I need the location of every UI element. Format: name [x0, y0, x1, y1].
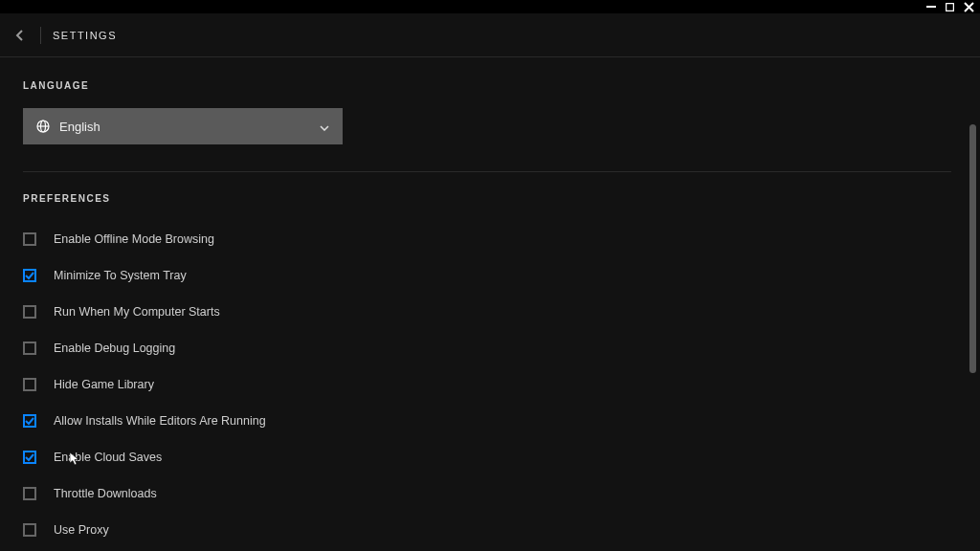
- preference-label: Use Proxy: [54, 523, 109, 537]
- preference-item[interactable]: Use Proxy: [23, 512, 957, 548]
- checkbox[interactable]: [23, 269, 36, 282]
- back-button[interactable]: [11, 27, 29, 44]
- scrollbar-thumb[interactable]: [969, 124, 976, 373]
- preference-item[interactable]: Enable Offline Mode Browsing: [23, 221, 957, 257]
- checkbox[interactable]: [23, 378, 36, 391]
- preference-item[interactable]: Run When My Computer Starts: [23, 294, 957, 330]
- checkbox[interactable]: [23, 414, 36, 428]
- svg-rect-0: [926, 6, 936, 8]
- preference-label: Enable Debug Logging: [54, 342, 175, 355]
- checkbox[interactable]: [23, 523, 36, 537]
- checkbox[interactable]: [23, 305, 36, 319]
- close-icon[interactable]: [964, 2, 974, 12]
- preference-label: Enable Offline Mode Browsing: [54, 232, 214, 246]
- checkbox[interactable]: [23, 487, 36, 500]
- svg-rect-1: [947, 3, 954, 11]
- preference-label: Throttle Downloads: [54, 487, 157, 500]
- checkbox[interactable]: [23, 342, 36, 355]
- preference-label: Enable Cloud Saves: [54, 451, 162, 464]
- chevron-down-icon: [320, 118, 329, 135]
- preferences-section-title: PREFERENCES: [23, 193, 957, 204]
- preference-item[interactable]: Throttle Downloads: [23, 475, 957, 512]
- preference-item[interactable]: Minimize To System Tray: [23, 257, 957, 294]
- maximize-icon[interactable]: [946, 3, 954, 11]
- checkbox[interactable]: [23, 232, 36, 246]
- page-title: SETTINGS: [53, 30, 117, 41]
- preference-label: Minimize To System Tray: [54, 269, 187, 282]
- window-titlebar: [0, 0, 980, 13]
- page-header: SETTINGS: [0, 13, 980, 57]
- divider: [23, 171, 951, 172]
- checkbox[interactable]: [23, 451, 36, 464]
- minimize-icon[interactable]: [926, 2, 936, 11]
- settings-content: LANGUAGE English PREFERENCES Enable Offl…: [0, 57, 980, 551]
- preference-label: Hide Game Library: [54, 378, 154, 391]
- preference-label: Run When My Computer Starts: [54, 305, 220, 319]
- language-section-title: LANGUAGE: [23, 80, 957, 91]
- language-selected: English: [59, 120, 320, 134]
- divider: [40, 27, 41, 44]
- preference-label: Allow Installs While Editors Are Running: [54, 414, 266, 428]
- preference-item[interactable]: Enable Cloud Saves: [23, 439, 957, 475]
- language-dropdown[interactable]: English: [23, 108, 343, 144]
- preferences-list: Enable Offline Mode BrowsingMinimize To …: [23, 221, 957, 548]
- preference-item[interactable]: Enable Debug Logging: [23, 330, 957, 366]
- preference-item[interactable]: Hide Game Library: [23, 366, 957, 403]
- globe-icon: [36, 120, 50, 133]
- preference-item[interactable]: Allow Installs While Editors Are Running: [23, 403, 957, 439]
